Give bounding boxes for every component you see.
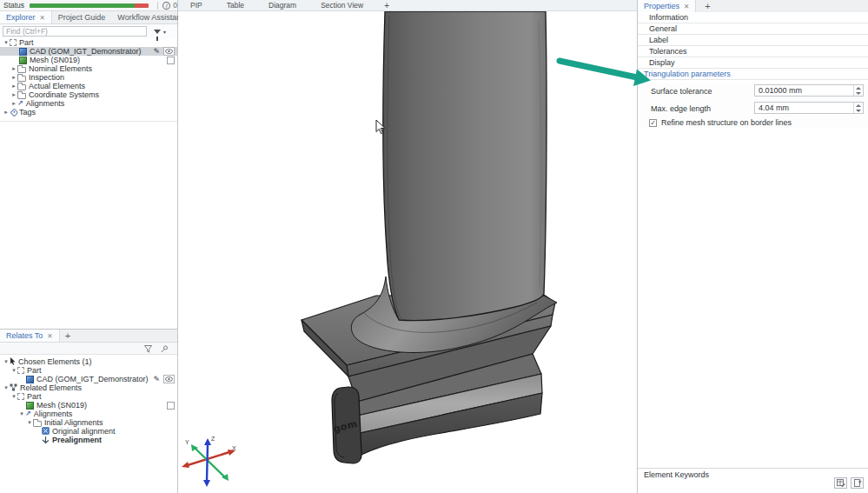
spinner-down-icon[interactable] bbox=[854, 90, 863, 96]
caret-collapsed-icon[interactable]: ▸ bbox=[10, 64, 17, 73]
axis-label-x: X bbox=[232, 445, 236, 451]
visibility-eye-button[interactable] bbox=[163, 47, 175, 56]
caret-expanded-icon[interactable]: ▾ bbox=[3, 38, 10, 47]
surface-tolerance-label: Surface tolerance bbox=[651, 87, 712, 96]
tab-section-view[interactable]: Section View bbox=[308, 1, 375, 10]
caret-expanded-icon[interactable]: ▾ bbox=[3, 357, 10, 366]
tab-properties[interactable]: Properties ✕ bbox=[638, 0, 696, 12]
surface-tolerance-input[interactable] bbox=[755, 86, 853, 95]
add-view-tab-button[interactable]: + bbox=[375, 1, 398, 10]
pin-button[interactable] bbox=[161, 341, 169, 356]
spinner-down-icon[interactable] bbox=[854, 108, 863, 113]
visibility-checkbox[interactable] bbox=[167, 402, 175, 410]
tree-item-chosen-elements[interactable]: ▾ Chosen Elements (1) bbox=[0, 357, 177, 366]
close-tab-icon[interactable]: ✕ bbox=[684, 3, 689, 10]
tree-item-part[interactable]: ▾ Part bbox=[0, 392, 177, 401]
properties-tab-bar: Properties ✕ + bbox=[638, 0, 868, 13]
tab-table[interactable]: Table bbox=[215, 1, 256, 10]
edit-pencil-icon[interactable]: ✎ bbox=[153, 47, 160, 56]
edit-keywords-button[interactable] bbox=[834, 477, 847, 489]
tree-item-mesh[interactable]: Mesh (SN019) bbox=[0, 401, 177, 410]
close-tab-icon[interactable]: ✕ bbox=[40, 14, 45, 22]
tree-item-alignments[interactable]: ▸ ↗ Alignments bbox=[0, 99, 177, 108]
cad-model-blade[interactable]: gom bbox=[301, 11, 557, 463]
tab-explorer[interactable]: Explorer ✕ bbox=[0, 11, 52, 23]
section-triangulation-parameters[interactable]: Triangulation parameters bbox=[638, 69, 868, 80]
tree-item-label: Tags bbox=[19, 108, 36, 117]
tab-diagram[interactable]: Diagram bbox=[256, 1, 308, 10]
tree-item-part[interactable]: ▾ Part bbox=[0, 366, 177, 375]
tree-item-part[interactable]: ▾ Part bbox=[0, 38, 177, 47]
tree-item-nominal-elements[interactable]: ▸ Nominal Elements bbox=[0, 64, 177, 73]
tree-item-alignments[interactable]: ▾ ↗ Alignments bbox=[0, 410, 177, 418]
search-input[interactable] bbox=[3, 26, 147, 37]
tree-item-related-elements[interactable]: ▾ Related Elements bbox=[0, 383, 177, 392]
tree-item-label: Part bbox=[27, 392, 42, 401]
viewport-3d[interactable]: gom Z Y X PIP Table bbox=[178, 0, 637, 493]
properties-panel: Properties ✕ + Information General Label… bbox=[637, 0, 868, 493]
related-elements-icon bbox=[10, 383, 17, 393]
tree-item-cad[interactable]: CAD (GOM_IGT_Demonstrator) ✎ bbox=[0, 375, 177, 383]
info-icon[interactable]: i bbox=[162, 2, 170, 10]
tab-project-guide[interactable]: Project Guide bbox=[52, 11, 112, 23]
tree-item-inspection[interactable]: ▸ Inspection bbox=[0, 73, 177, 82]
close-tab-icon[interactable]: ✕ bbox=[47, 332, 52, 340]
viewport-canvas: gom Z Y X bbox=[178, 0, 637, 493]
tree-item-label: Part bbox=[27, 366, 42, 375]
caret-collapsed-icon[interactable]: ▸ bbox=[10, 82, 17, 90]
refine-mesh-checkbox[interactable]: ✓ bbox=[649, 119, 657, 127]
tree-item-label: Alignments bbox=[26, 99, 65, 108]
section-information[interactable]: Information bbox=[638, 12, 868, 23]
filter-funnel-icon bbox=[154, 30, 161, 34]
relates-tree: ▾ Chosen Elements (1) ▾ Part CAD (GOM_IG… bbox=[0, 357, 177, 444]
folder-icon bbox=[17, 93, 26, 99]
axis-label-y: Y bbox=[185, 439, 189, 445]
add-tab-button[interactable]: + bbox=[65, 330, 70, 342]
max-edge-length-spinbox bbox=[754, 102, 864, 114]
tree-item-mesh[interactable]: Mesh (SN019) bbox=[0, 56, 177, 64]
table-edit-icon bbox=[837, 479, 845, 487]
max-edge-length-input[interactable] bbox=[755, 103, 853, 112]
tree-item-label: Inspection bbox=[29, 73, 64, 82]
caret-expanded-icon[interactable]: ▾ bbox=[3, 383, 10, 392]
caret-collapsed-icon[interactable]: ▸ bbox=[10, 90, 17, 99]
folder-icon bbox=[17, 76, 26, 82]
tab-relates-to[interactable]: Relates To ✕ bbox=[0, 330, 60, 342]
tree-item-coordinate-systems[interactable]: ▸ Coordinate Systems bbox=[0, 90, 177, 99]
progress-green-segment bbox=[30, 3, 135, 8]
caret-expanded-icon[interactable]: ▾ bbox=[10, 366, 17, 375]
caret-expanded-icon[interactable]: ▾ bbox=[10, 392, 17, 401]
section-display[interactable]: Display bbox=[638, 57, 868, 69]
tree-item-label: Actual Elements bbox=[29, 82, 85, 90]
add-tab-button[interactable]: + bbox=[705, 0, 710, 12]
chevron-down-icon: ▾ bbox=[163, 29, 166, 35]
caret-expanded-icon[interactable]: ▾ bbox=[26, 418, 33, 427]
part-icon bbox=[17, 367, 24, 374]
visibility-eye-button[interactable] bbox=[163, 375, 175, 383]
mesh-icon bbox=[19, 57, 27, 64]
tree-item-cad[interactable]: CAD (GOM_IGT_Demonstrator) ✎ bbox=[0, 47, 177, 56]
tree-item-label: Mesh (SN019) bbox=[30, 56, 80, 64]
section-general[interactable]: General bbox=[638, 23, 868, 35]
section-tolerances[interactable]: Tolerances bbox=[638, 46, 868, 57]
caret-collapsed-icon[interactable]: ▸ bbox=[10, 99, 17, 108]
tree-item-initial-alignments[interactable]: ▾ Initial Alignments bbox=[0, 418, 177, 427]
filter-button[interactable]: ▾ bbox=[154, 29, 166, 35]
caret-expanded-icon[interactable]: ▾ bbox=[18, 410, 25, 418]
visibility-checkbox[interactable] bbox=[167, 57, 175, 64]
tree-item-actual-elements[interactable]: ▸ Actual Elements bbox=[0, 82, 177, 90]
filter-button[interactable] bbox=[144, 341, 152, 356]
add-keyword-button[interactable] bbox=[851, 477, 864, 489]
cad-icon bbox=[26, 376, 34, 383]
caret-collapsed-icon[interactable]: ▸ bbox=[3, 108, 10, 117]
tree-item-original-alignment[interactable]: Original alignment bbox=[0, 427, 177, 436]
relates-to-panel: Relates To ✕ + ▾ Chosen Elements (1) ▾ P… bbox=[0, 329, 177, 493]
section-label[interactable]: Label bbox=[638, 35, 868, 46]
status-bar: Status i 0 bbox=[0, 0, 177, 11]
edit-pencil-icon[interactable]: ✎ bbox=[153, 375, 160, 383]
stepper bbox=[853, 103, 863, 113]
caret-collapsed-icon[interactable]: ▸ bbox=[10, 73, 17, 82]
tree-item-tags[interactable]: ▸ Tags bbox=[0, 108, 177, 117]
tree-item-prealignment[interactable]: Prealignment bbox=[0, 436, 177, 444]
tab-pip[interactable]: PIP bbox=[178, 1, 215, 10]
